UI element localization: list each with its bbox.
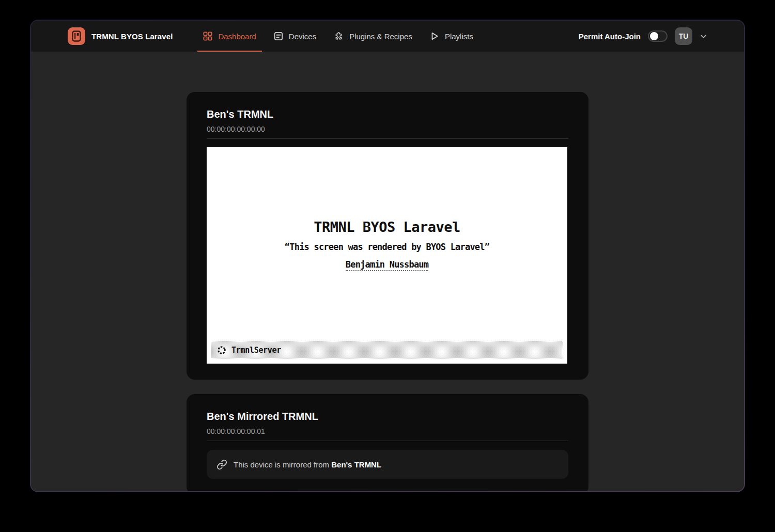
tab-label: Dashboard	[218, 32, 256, 41]
screen-author-row: Benjamin Nussbaum	[207, 259, 567, 271]
device-mac-address: 00:00:00:00:00:00	[207, 124, 568, 134]
tab-label: Playlists	[445, 32, 473, 41]
mirror-message: This device is mirrored from Ben's TRMNL	[234, 460, 381, 469]
tab-plugins-recipes[interactable]: Plugins & Recipes	[328, 21, 418, 52]
app-window-frame: TRMNL BYOS Laravel Dashboard	[30, 20, 745, 492]
screen-title: TRMNL BYOS Laravel	[207, 219, 567, 235]
grid-icon	[203, 32, 212, 41]
tab-dashboard[interactable]: Dashboard	[197, 21, 261, 52]
app-window: TRMNL BYOS Laravel Dashboard	[31, 21, 744, 491]
puzzle-icon	[334, 32, 344, 41]
user-avatar[interactable]: TU	[675, 27, 692, 45]
toggle-knob	[650, 32, 658, 40]
top-nav: TRMNL BYOS Laravel Dashboard	[31, 21, 744, 52]
tab-playlists[interactable]: Playlists	[424, 21, 479, 52]
permit-auto-join-label: Permit Auto-Join	[579, 32, 641, 41]
app-logo-icon	[68, 27, 85, 45]
tab-label: Plugins & Recipes	[349, 32, 412, 41]
brand[interactable]: TRMNL BYOS Laravel	[68, 21, 173, 52]
tab-label: Devices	[289, 32, 316, 41]
brand-title: TRMNL BYOS Laravel	[91, 32, 173, 41]
mirror-message-prefix: This device is mirrored from	[234, 460, 331, 469]
screen-quote: “This screen was rendered by BYOS Larave…	[207, 242, 567, 252]
divider	[207, 441, 568, 441]
device-card-bens-trmnl: Ben's TRMNL 00:00:00:00:00:00 TRMNL BYOS…	[187, 92, 588, 380]
nav-right: Permit Auto-Join TU	[579, 21, 707, 52]
device-name: Ben's Mirrored TRMNL	[207, 409, 568, 424]
device-screen-preview[interactable]: TRMNL BYOS Laravel “This screen was rend…	[207, 147, 567, 364]
nav-tabs: Dashboard Devices	[197, 21, 479, 52]
user-menu-button[interactable]	[700, 33, 707, 40]
main-content: Ben's TRMNL 00:00:00:00:00:00 TRMNL BYOS…	[31, 52, 744, 491]
device-name: Ben's TRMNL	[207, 106, 568, 122]
link-icon	[216, 459, 227, 470]
chevron-down-icon	[700, 33, 707, 40]
tab-devices[interactable]: Devices	[268, 21, 322, 52]
screen-status-bar: TrmnlServer	[211, 341, 563, 358]
mirror-info-panel: This device is mirrored from Ben's TRMNL	[207, 450, 568, 479]
screen-author: Benjamin Nussbaum	[346, 259, 428, 271]
mirror-source-device: Ben's TRMNL	[331, 460, 381, 469]
permit-auto-join-toggle[interactable]	[648, 30, 668, 42]
device-card-bens-mirrored-trmnl: Ben's Mirrored TRMNL 00:00:00:00:00:01 T…	[187, 394, 588, 491]
screen-status-label: TrmnlServer	[231, 346, 281, 355]
divider	[207, 138, 568, 139]
device-mac-address: 00:00:00:00:00:01	[207, 426, 568, 436]
play-icon	[430, 32, 439, 41]
device-list-icon	[274, 32, 283, 41]
spinner-icon	[217, 346, 226, 355]
